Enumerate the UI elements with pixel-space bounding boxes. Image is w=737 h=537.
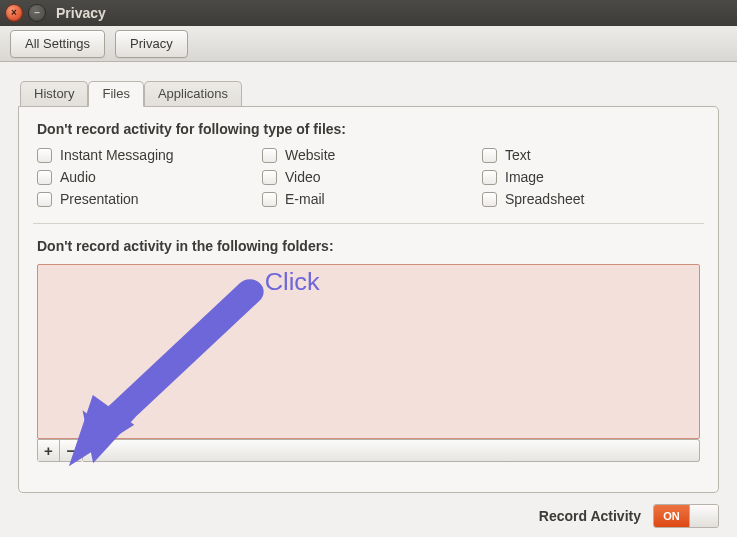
breadcrumb-current[interactable]: Privacy	[115, 30, 188, 58]
type-label: E-mail	[285, 191, 325, 207]
type-email[interactable]: E-mail	[262, 191, 482, 207]
tab-applications[interactable]: Applications	[144, 81, 242, 107]
window-title: Privacy	[56, 5, 106, 21]
checkbox-icon[interactable]	[37, 148, 52, 163]
checkbox-icon[interactable]	[482, 148, 497, 163]
switch-on-label: ON	[654, 505, 690, 527]
folders-pm-buttons: + −	[37, 439, 83, 462]
type-website[interactable]: Website	[262, 147, 482, 163]
remove-folder-button[interactable]: −	[60, 440, 82, 461]
type-video[interactable]: Video	[262, 169, 482, 185]
close-icon[interactable]: ×	[6, 5, 22, 21]
type-presentation[interactable]: Presentation	[37, 191, 262, 207]
minimize-icon[interactable]: –	[29, 5, 45, 21]
type-spreadsheet[interactable]: Spreadsheet	[482, 191, 700, 207]
type-label: Video	[285, 169, 321, 185]
folders-list[interactable]	[37, 264, 700, 439]
type-label: Instant Messaging	[60, 147, 174, 163]
folders-toolbar: + −	[37, 439, 700, 462]
file-types-grid: Instant Messaging Website Text Audio Vid…	[37, 147, 700, 207]
folders-heading: Don't record activity in the following f…	[37, 238, 700, 254]
type-label: Presentation	[60, 191, 139, 207]
type-label: Spreadsheet	[505, 191, 584, 207]
files-panel: Don't record activity for following type…	[18, 106, 719, 493]
type-label: Website	[285, 147, 335, 163]
breadcrumb-current-label: Privacy	[130, 36, 173, 51]
titlebar: × – Privacy	[0, 0, 737, 26]
checkbox-icon[interactable]	[482, 192, 497, 207]
checkbox-icon[interactable]	[37, 170, 52, 185]
tab-applications-label: Applications	[158, 86, 228, 101]
record-activity-label: Record Activity	[539, 508, 641, 524]
type-text[interactable]: Text	[482, 147, 700, 163]
switch-knob	[690, 505, 718, 527]
type-instant-messaging[interactable]: Instant Messaging	[37, 147, 262, 163]
checkbox-icon[interactable]	[262, 192, 277, 207]
all-settings-label: All Settings	[25, 36, 90, 51]
checkbox-icon[interactable]	[482, 170, 497, 185]
checkbox-icon[interactable]	[262, 148, 277, 163]
breadcrumb: All Settings Privacy	[0, 26, 737, 62]
type-audio[interactable]: Audio	[37, 169, 262, 185]
plus-icon: +	[44, 442, 53, 459]
type-label: Text	[505, 147, 531, 163]
tab-bar: History Files Applications	[18, 80, 719, 106]
tab-files[interactable]: Files	[88, 81, 143, 107]
type-image[interactable]: Image	[482, 169, 700, 185]
tab-history-label: History	[34, 86, 74, 101]
tab-files-label: Files	[102, 86, 129, 101]
checkbox-icon[interactable]	[37, 192, 52, 207]
record-activity-switch[interactable]: ON	[653, 504, 719, 528]
divider	[33, 223, 704, 224]
folders-toolbar-spacer	[83, 439, 700, 462]
type-label: Image	[505, 169, 544, 185]
types-heading: Don't record activity for following type…	[37, 121, 700, 137]
add-folder-button[interactable]: +	[38, 440, 60, 461]
minus-icon: −	[67, 442, 76, 459]
tab-history[interactable]: History	[20, 81, 88, 107]
checkbox-icon[interactable]	[262, 170, 277, 185]
content-area: History Files Applications Don't record …	[0, 62, 737, 495]
all-settings-button[interactable]: All Settings	[10, 30, 105, 58]
type-label: Audio	[60, 169, 96, 185]
footer: Record Activity ON	[0, 495, 737, 537]
